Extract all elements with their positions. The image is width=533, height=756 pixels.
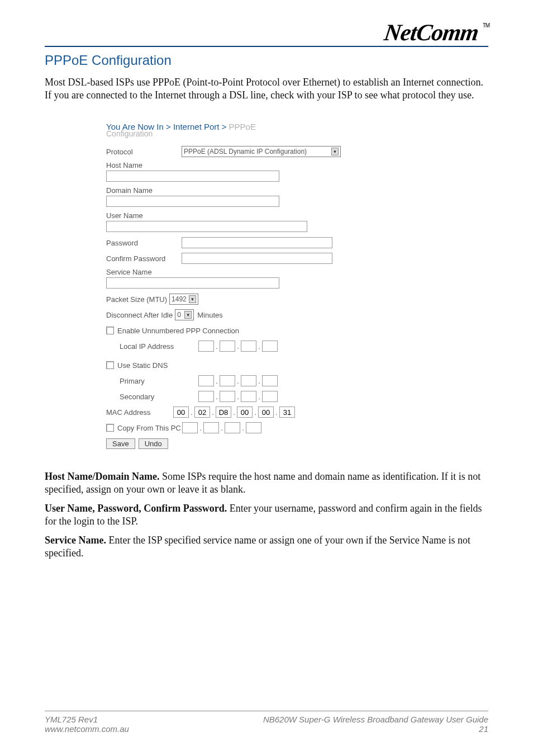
protocol-select[interactable]: PPPoE (ADSL Dynamic IP Configuration) ▼ <box>182 146 341 157</box>
disconnect-label: Disconnect After Idle <box>106 311 173 319</box>
disconnect-suffix: Minutes <box>197 311 223 319</box>
enable-unnumbered-label: Enable Unnumbered PPP Connection <box>117 327 239 335</box>
mtu-value: 1492 <box>172 295 187 303</box>
secondary-dns-group: . . . <box>198 391 278 402</box>
mac-4[interactable] <box>237 407 253 418</box>
copy-pc-ip-group: . . . <box>182 422 261 433</box>
local-ip-4[interactable] <box>262 341 278 352</box>
mac-2[interactable] <box>194 407 210 418</box>
page-header: NetCommTM <box>45 11 488 47</box>
use-static-dns-label: Use Static DNS <box>117 361 168 370</box>
domain-name-input[interactable] <box>106 196 279 207</box>
intro-paragraph: Most DSL-based ISPs use PPPoE (Point-to-… <box>45 76 488 101</box>
secondary-dns-4[interactable] <box>262 391 278 402</box>
user-name-strong: User Name, Password, Confirm Password. <box>45 503 227 514</box>
disconnect-value: 0 <box>177 311 181 319</box>
mac-3[interactable] <box>216 407 231 418</box>
primary-dns-2[interactable] <box>220 375 235 386</box>
undo-button[interactable]: Undo <box>139 438 168 449</box>
save-button[interactable]: Save <box>106 438 135 449</box>
secondary-dns-2[interactable] <box>220 391 235 402</box>
secondary-dns-1[interactable] <box>198 391 214 402</box>
copy-pc-2[interactable] <box>203 422 219 433</box>
breadcrumb-last: PPPoE <box>229 122 256 131</box>
footer-revision: YML725 Rev1 <box>45 715 129 724</box>
local-ip-1[interactable] <box>198 341 214 352</box>
service-name-label: Service Name <box>106 268 152 276</box>
local-ip-2[interactable] <box>220 341 235 352</box>
footer-guide-title: NB620W Super-G Wireless Broadband Gatewa… <box>263 715 488 724</box>
user-name-label: User Name <box>106 211 143 220</box>
breadcrumb: You Are Now In > Internet Port > PPPoE C… <box>106 122 419 138</box>
protocol-label: Protocol <box>106 148 182 156</box>
config-form-screenshot: You Are Now In > Internet Port > PPPoE C… <box>106 122 419 449</box>
user-name-paragraph: User Name, Password, Confirm Password. E… <box>45 502 488 527</box>
domain-name-label: Domain Name <box>106 186 153 195</box>
primary-dns-1[interactable] <box>198 375 214 386</box>
local-ip-3[interactable] <box>241 341 256 352</box>
confirm-password-input[interactable] <box>182 253 332 264</box>
host-name-paragraph: Host Name/Domain Name. Some ISPs require… <box>45 470 488 495</box>
user-name-input[interactable] <box>106 221 307 232</box>
chevron-down-icon: ▼ <box>331 148 339 155</box>
primary-dns-3[interactable] <box>241 375 256 386</box>
mac-address-label: MAC Address <box>106 408 173 417</box>
primary-dns-label: Primary <box>106 377 193 385</box>
copy-from-pc-checkbox[interactable] <box>106 424 114 432</box>
password-input[interactable] <box>182 237 332 248</box>
page-footer: YML725 Rev1 www.netcomm.com.au NB620W Su… <box>45 711 488 734</box>
page-title: PPPoE Configuration <box>45 53 488 68</box>
local-ip-group: . . . <box>198 341 278 352</box>
copy-from-pc-label: Copy From This PC <box>117 424 182 432</box>
service-name-paragraph: Service Name. Enter the ISP specified se… <box>45 534 488 559</box>
logo-text: NetComm <box>383 20 480 45</box>
mac-5[interactable] <box>258 407 274 418</box>
mac-1[interactable] <box>173 407 189 418</box>
mac-address-group: . . . . . <box>173 407 295 418</box>
confirm-password-label: Confirm Password <box>106 254 182 263</box>
trademark-symbol: TM <box>482 22 489 29</box>
local-ip-label: Local IP Address <box>106 342 193 351</box>
copy-pc-4[interactable] <box>246 422 261 433</box>
copy-pc-3[interactable] <box>225 422 240 433</box>
chevron-down-icon: ▼ <box>184 311 192 319</box>
disconnect-select[interactable]: 0 ▼ <box>175 309 194 320</box>
primary-dns-4[interactable] <box>262 375 278 386</box>
footer-left: YML725 Rev1 www.netcomm.com.au <box>45 715 129 734</box>
service-name-text: Enter the ISP specified service name or … <box>45 535 470 559</box>
mtu-label: Packet Size (MTU) <box>106 295 167 304</box>
use-static-dns-checkbox[interactable] <box>106 361 114 369</box>
footer-url: www.netcomm.com.au <box>45 724 129 734</box>
netcomm-logo: NetCommTM <box>383 19 491 46</box>
protocol-value: PPPoE (ADSL Dynamic IP Configuration) <box>184 148 307 155</box>
enable-unnumbered-checkbox[interactable] <box>106 327 114 334</box>
footer-page-number: 21 <box>263 724 488 734</box>
secondary-dns-3[interactable] <box>241 391 256 402</box>
footer-right: NB620W Super-G Wireless Broadband Gatewa… <box>263 715 488 734</box>
host-name-label: Host Name <box>106 161 142 169</box>
service-name-strong: Service Name. <box>45 535 106 546</box>
copy-pc-1[interactable] <box>182 422 198 433</box>
primary-dns-group: . . . <box>198 375 278 386</box>
mtu-select[interactable]: 1492 ▼ <box>169 294 198 305</box>
host-name-strong: Host Name/Domain Name. <box>45 471 159 482</box>
secondary-dns-label: Secondary <box>106 393 193 401</box>
mac-6[interactable] <box>279 407 295 418</box>
service-name-input[interactable] <box>106 277 279 289</box>
password-label: Password <box>106 239 182 247</box>
host-name-input[interactable] <box>106 171 279 182</box>
chevron-down-icon: ▼ <box>189 295 196 303</box>
